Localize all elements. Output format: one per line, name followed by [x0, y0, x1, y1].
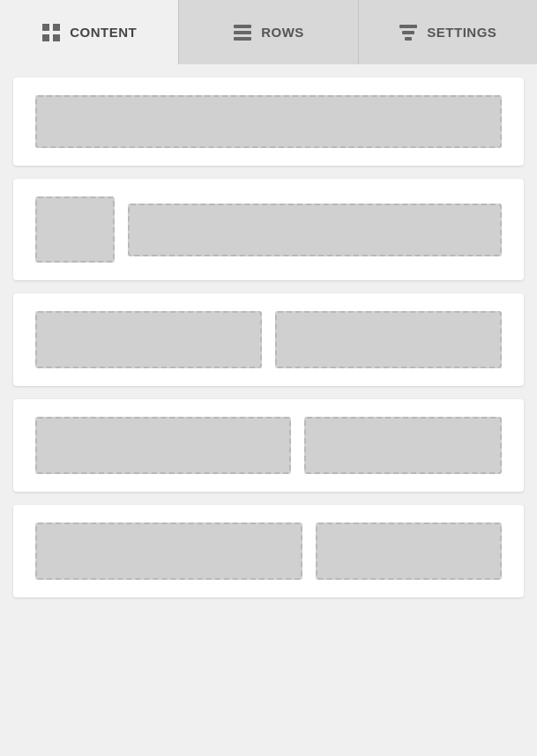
placeholder-medium-right [304, 417, 502, 474]
svg-rect-7 [399, 25, 417, 28]
card-5-row [35, 523, 502, 580]
card-1-row [35, 95, 502, 148]
svg-rect-8 [402, 31, 414, 34]
card-3-row [35, 311, 502, 368]
tab-settings[interactable]: SETTINGS [359, 0, 537, 64]
tab-content[interactable]: CONTENT [0, 0, 179, 64]
placeholder-medium-right-2 [316, 523, 502, 580]
content-area [0, 64, 537, 611]
svg-rect-0 [42, 24, 49, 31]
layout-card-2[interactable] [13, 179, 524, 280]
placeholder-wider-left [35, 417, 291, 474]
svg-rect-4 [234, 25, 251, 28]
svg-rect-2 [42, 34, 49, 41]
tab-content-label: CONTENT [70, 25, 137, 40]
svg-rect-3 [53, 34, 60, 41]
layout-card-3[interactable] [13, 293, 524, 386]
tab-bar: CONTENT ROWS SETTINGS [0, 0, 537, 64]
layout-card-5[interactable] [13, 505, 524, 597]
rows-icon [233, 23, 252, 42]
placeholder-half-left [35, 311, 262, 368]
tab-rows-label: ROWS [261, 25, 304, 40]
placeholder-half-right [275, 311, 502, 368]
layout-card-4[interactable] [13, 399, 524, 492]
placeholder-full-width [35, 95, 502, 148]
svg-rect-5 [234, 31, 251, 34]
tab-rows[interactable]: ROWS [179, 0, 358, 64]
card-2-row [35, 196, 502, 263]
layout-card-1[interactable] [13, 78, 524, 166]
svg-rect-9 [405, 37, 412, 41]
settings-icon [399, 23, 418, 42]
grid-icon [41, 23, 61, 42]
placeholder-wider-left-2 [35, 523, 302, 580]
placeholder-small-square [35, 196, 115, 263]
svg-rect-6 [234, 37, 251, 41]
card-4-row [35, 417, 502, 474]
svg-rect-1 [53, 24, 60, 31]
placeholder-wide-rect [128, 204, 502, 256]
tab-settings-label: SETTINGS [427, 25, 496, 40]
